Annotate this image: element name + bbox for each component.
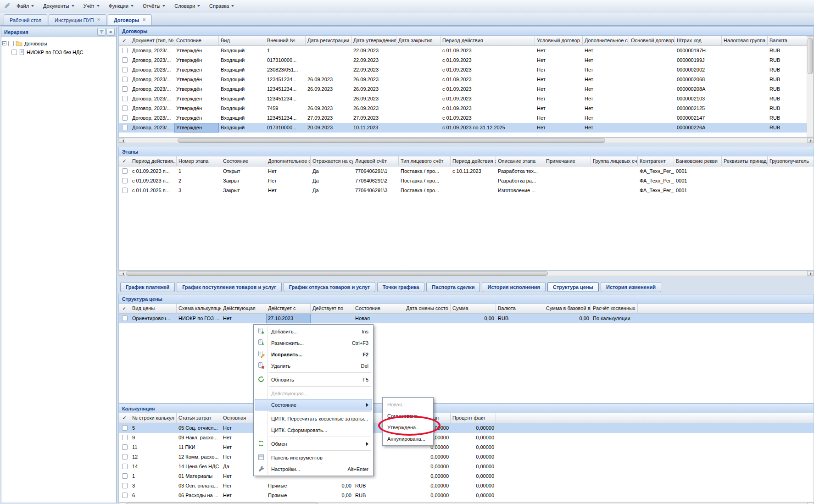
column-header[interactable]: № строки калькул	[130, 413, 177, 423]
subtab-change-history[interactable]: История изменений	[601, 282, 661, 292]
table-row[interactable]: Договор, 2023/...УтверждёнВходящий017310…	[119, 55, 814, 65]
column-header[interactable]: ✓	[119, 304, 130, 314]
table-row[interactable]: 909 Накл. расхо...Нет0,000000,00000	[119, 433, 814, 443]
menu-item-toolbar[interactable]: Панель инструментов	[255, 452, 372, 463]
column-header[interactable]: Примечание	[544, 156, 591, 166]
menu-reports[interactable]: Отчёты	[138, 1, 170, 11]
column-header[interactable]: Валюта	[496, 304, 544, 314]
subtab-deal-passports[interactable]: Паспорта сделки	[426, 282, 480, 292]
column-header[interactable]: Документ (тип, №	[130, 36, 174, 46]
menu-dictionaries[interactable]: Словари	[170, 1, 205, 11]
menu-documents[interactable]: Документы	[39, 1, 79, 11]
column-header[interactable]: Дата утверждения	[351, 36, 396, 46]
table-row[interactable]: 1414 Цена без НДСДа0,000000,00000	[119, 462, 814, 471]
column-header[interactable]: Условный договор	[535, 36, 583, 46]
column-header[interactable]: Реквизиты принад	[722, 156, 768, 166]
tab-instructions[interactable]: Инструкции ПУП✕	[49, 14, 106, 25]
subtab-price-structure[interactable]: Структура цены	[547, 282, 599, 292]
column-header[interactable]: Действует по	[311, 304, 353, 314]
column-header[interactable]: Банковские рекви	[674, 156, 722, 166]
row-checkbox[interactable]	[122, 454, 128, 460]
column-header[interactable]: Действующая	[221, 304, 266, 314]
menu-item-refresh[interactable]: Обновить F5	[255, 374, 372, 385]
column-header[interactable]: Дополнительное с	[583, 36, 629, 46]
menu-functions[interactable]: Функции	[104, 1, 138, 11]
table-row[interactable]: Договор, 2023/...УтверждёнВходящий123451…	[119, 84, 814, 94]
menu-item-settings[interactable]: Настройки... Alt+Enter	[255, 463, 372, 475]
table-row[interactable]: с 01.09.2023 п...1ОткрытНетДа7706406291\…	[119, 166, 814, 176]
table-row[interactable]: 505 Соц. отчисл...Нет0,000000,00000	[119, 423, 814, 433]
row-checkbox[interactable]	[122, 444, 128, 450]
column-header[interactable]: ✓	[119, 413, 130, 423]
column-header[interactable]: Штрих-код	[675, 36, 722, 46]
table-row[interactable]: Ориентировоч...НИОКР по ГОЗ ...Нет27.10.…	[119, 314, 814, 323]
column-header[interactable]: Дата регистрации	[306, 36, 351, 46]
column-header[interactable]: ✓	[119, 156, 130, 166]
row-checkbox[interactable]	[122, 48, 128, 53]
row-checkbox[interactable]	[122, 67, 128, 72]
column-header[interactable]: Группа лицевых сч	[591, 156, 638, 166]
column-header[interactable]: Грузополучатель	[768, 156, 814, 166]
column-header[interactable]: Процент факт	[451, 413, 496, 423]
row-checkbox[interactable]	[122, 178, 128, 183]
column-header[interactable]: Схема калькуляци	[177, 304, 221, 314]
column-header[interactable]: Состояние	[174, 36, 219, 46]
row-checkbox[interactable]	[122, 188, 128, 193]
horizontal-scrollbar[interactable]	[118, 138, 814, 143]
subtab-schedule-points[interactable]: Точки графика	[377, 282, 425, 292]
tree-checkbox[interactable]	[8, 41, 14, 46]
column-header[interactable]: Период действия	[440, 36, 535, 46]
scroll-left-arrow[interactable]	[119, 138, 125, 143]
menu-item-exchange[interactable]: Обмен	[255, 438, 372, 449]
table-row[interactable]: Договор, 2023/...УтверждёнВходящий123451…	[119, 75, 814, 84]
column-header[interactable]: Дата закрытия	[396, 36, 440, 46]
scroll-left-arrow[interactable]	[119, 271, 125, 276]
subtab-payment-schedule[interactable]: График платежей	[120, 282, 175, 292]
tree-checkbox[interactable]	[11, 50, 17, 55]
tree-node-contracts[interactable]: − Договоры	[2, 39, 115, 48]
column-header[interactable]: ✓	[119, 36, 130, 46]
close-icon[interactable]: ✕	[142, 18, 146, 22]
submenu-item-agreed[interactable]: Согласована...	[384, 410, 432, 421]
column-header[interactable]: Дата смены состо	[404, 304, 451, 314]
table-row[interactable]: 1212 Комм. расхо...Нет0,000000,00000	[119, 452, 814, 462]
menu-item-citk-recalc[interactable]: ЦИТК. Пересчитать косвенные затраты...	[255, 413, 372, 424]
row-checkbox[interactable]	[122, 483, 128, 488]
column-header[interactable]: Тип лицевого счёт	[399, 156, 451, 166]
close-icon[interactable]: ✕	[97, 18, 100, 22]
scrollbar-thumb[interactable]	[808, 38, 813, 74]
menu-item-state[interactable]: Состояние	[255, 399, 372, 410]
column-header[interactable]: Налоговая группа	[722, 36, 768, 46]
column-header[interactable]: Отражается на су	[311, 156, 353, 166]
vertical-scrollbar[interactable]	[807, 36, 814, 137]
column-header[interactable]: Вид цены	[130, 304, 177, 314]
table-row[interactable]: Договор, 2023/...УтверждёнВходящий122.09…	[119, 46, 814, 55]
table-row[interactable]: Договор, 2023/...УтверждёнВходящий230823…	[119, 65, 814, 75]
row-checkbox[interactable]	[122, 316, 128, 321]
row-checkbox[interactable]	[122, 125, 128, 130]
table-row[interactable]: 101 МатериалыНет0,000000,00000	[119, 471, 814, 481]
scrollbar-thumb[interactable]	[126, 271, 548, 276]
column-header[interactable]: Вид	[219, 36, 265, 46]
column-header[interactable]: Описание этапа	[496, 156, 544, 166]
row-checkbox[interactable]	[122, 115, 128, 121]
menu-item-edit[interactable]: Исправить... F2	[255, 349, 372, 360]
column-header[interactable]: Контрагент	[638, 156, 674, 166]
subtab-goods-release-schedule[interactable]: График отпуска товаров и услуг	[284, 282, 375, 292]
subtab-execution-history[interactable]: История исполнения	[482, 282, 546, 292]
column-header[interactable]: Номер этапа	[177, 156, 221, 166]
menu-item-delete[interactable]: Удалить Del	[255, 360, 372, 371]
column-header[interactable]: Сумма в базовой в	[544, 304, 591, 314]
row-checkbox[interactable]	[122, 57, 128, 63]
tree-node-niokr[interactable]: НИОКР по ГОЗ без НДС	[2, 48, 115, 56]
table-row[interactable]: Договор, 2023/...УтверждёнВходящий017310…	[119, 123, 814, 133]
scroll-right-arrow[interactable]	[807, 138, 814, 143]
column-header[interactable]: Сумма	[451, 304, 496, 314]
submenu-item-approved[interactable]: Утверждена...	[384, 421, 432, 433]
column-header[interactable]: Расчёт косвенных	[591, 304, 638, 314]
table-row[interactable]: с 01.01.2025 п...3ЗакрытНетДа7706406291\…	[119, 186, 814, 195]
subtab-goods-receipt-schedule[interactable]: График поступления товаров и услуг	[177, 282, 281, 292]
horizontal-scrollbar[interactable]	[118, 502, 814, 504]
column-header[interactable]: Основной договор	[629, 36, 675, 46]
tab-contracts[interactable]: Договоры✕	[108, 14, 152, 25]
